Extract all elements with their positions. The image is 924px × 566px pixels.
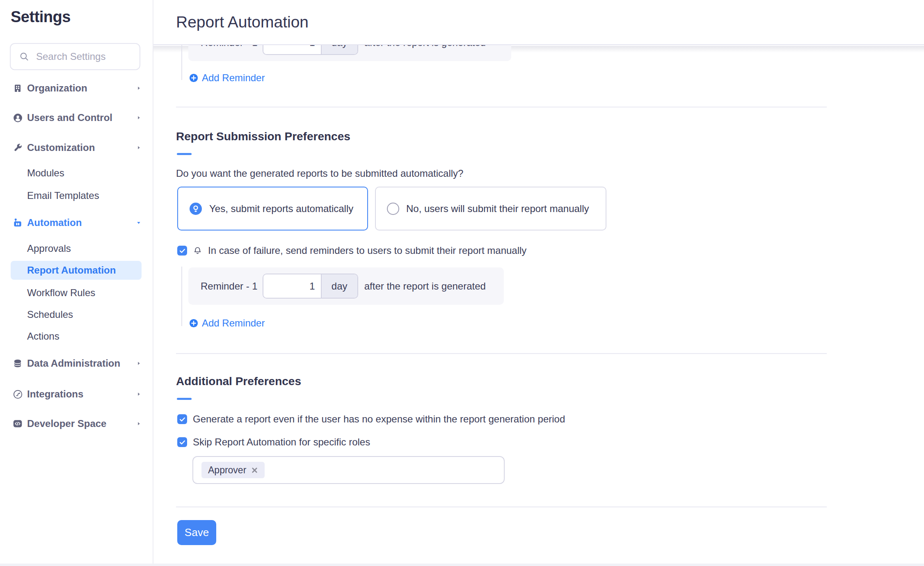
radio-option-label: Yes, submit reports automatically <box>209 203 353 215</box>
indent-guide-line <box>181 267 182 326</box>
skip-roles-row: Skip Report Automation for specific role… <box>177 436 370 448</box>
generate-empty-report-checkbox[interactable] <box>177 414 187 424</box>
submission-reminder-row: Reminder - 1 day after the report is gen… <box>188 267 504 305</box>
search-settings-input[interactable] <box>36 51 130 62</box>
sidebar-item-label: Schedules <box>27 309 73 320</box>
sidebar-item-label: Organization <box>27 82 87 94</box>
reminder-label: Reminder - 1 <box>201 281 258 292</box>
submission-preferences-heading: Report Submission Preferences <box>176 130 350 143</box>
reminder-suffix: after the report is generated <box>364 281 486 292</box>
additional-preferences-heading: Additional Preferences <box>176 375 301 388</box>
sidebar-item-label: Data Administration <box>27 358 120 369</box>
sidebar-item-users-and-control[interactable]: Users and Control <box>0 108 153 128</box>
remove-tag-icon[interactable] <box>251 467 258 474</box>
add-reminder-label: Add Reminder <box>202 72 265 84</box>
sidebar-item-email-templates[interactable]: Email Templates <box>0 186 153 205</box>
sidebar-item-data-administration[interactable]: Data Administration <box>0 354 153 373</box>
radio-option-label: No, users will submit their report manua… <box>406 203 589 215</box>
failure-reminder-checkbox[interactable] <box>177 246 187 256</box>
section-divider <box>176 353 827 354</box>
sidebar-item-label: Modules <box>27 167 64 179</box>
developer-space-icon <box>12 418 23 429</box>
organization-icon <box>12 83 23 94</box>
settings-sidebar: Settings Organization <box>0 0 153 564</box>
data-administration-icon <box>12 358 23 369</box>
sidebar-item-label: Integrations <box>27 388 83 400</box>
settings-title: Settings <box>11 8 71 26</box>
add-reminder-link[interactable]: Add Reminder <box>189 317 265 329</box>
integrations-icon <box>12 389 23 399</box>
heading-underline <box>177 153 192 155</box>
search-icon <box>19 51 30 62</box>
generate-empty-report-row: Generate a report even if the user has n… <box>177 413 565 425</box>
sidebar-item-label: Approvals <box>27 243 71 254</box>
sidebar-item-label: Users and Control <box>27 112 112 123</box>
main-panel: Reminder - 1 day after the report is gen… <box>153 0 924 564</box>
chevron-right-icon <box>135 391 142 397</box>
radio-option-yes[interactable]: Yes, submit reports automatically <box>177 187 368 231</box>
chevron-right-icon <box>135 420 142 427</box>
add-reminder-link[interactable]: Add Reminder <box>189 72 265 84</box>
chevron-down-icon <box>135 219 142 226</box>
sidebar-item-label: Customization <box>27 142 95 153</box>
reminder-days-input[interactable] <box>263 274 322 298</box>
app-root: Settings Organization <box>0 0 924 566</box>
role-tag: Approver <box>201 462 265 478</box>
section-divider <box>176 107 827 107</box>
sidebar-item-developer-space[interactable]: Developer Space <box>0 414 153 434</box>
sidebar-item-automation[interactable]: Automation <box>0 213 153 233</box>
chevron-right-icon <box>135 85 142 91</box>
window-bottom-strip <box>0 564 924 566</box>
sidebar-item-label: Report Automation <box>27 265 116 276</box>
sidebar-item-workflow-rules[interactable]: Workflow Rules <box>0 283 153 303</box>
skip-roles-label: Skip Report Automation for specific role… <box>193 436 370 448</box>
customization-icon <box>12 142 23 153</box>
sidebar-item-label: Actions <box>27 331 59 342</box>
skip-roles-checkbox[interactable] <box>177 437 187 447</box>
add-icon <box>189 73 198 82</box>
failure-reminder-label: In case of failure, send reminders to us… <box>208 245 526 256</box>
radio-unselected-icon <box>387 203 399 215</box>
sidebar-item-organization[interactable]: Organization <box>0 78 153 98</box>
generate-empty-report-label: Generate a report even if the user has n… <box>193 413 565 425</box>
role-tag-label: Approver <box>208 465 246 476</box>
automation-icon <box>12 217 23 228</box>
sidebar-item-label: Developer Space <box>27 418 106 429</box>
sidebar-item-report-automation[interactable]: Report Automation <box>11 261 142 280</box>
page-title: Report Automation <box>176 13 309 31</box>
sidebar-item-customization[interactable]: Customization <box>0 138 153 157</box>
radio-option-no[interactable]: No, users will submit their report manua… <box>375 187 606 231</box>
failure-reminder-row: In case of failure, send reminders to us… <box>177 245 526 256</box>
main-header: Report Automation <box>153 0 924 45</box>
sidebar-item-label: Automation <box>27 217 82 228</box>
sidebar-item-label: Workflow Rules <box>27 287 95 299</box>
sidebar-item-schedules[interactable]: Schedules <box>0 305 153 324</box>
users-icon <box>12 112 23 123</box>
sidebar-item-integrations[interactable]: Integrations <box>0 384 153 404</box>
chevron-right-icon <box>135 144 142 151</box>
add-icon <box>189 319 198 328</box>
sidebar-item-actions[interactable]: Actions <box>0 326 153 346</box>
checkbox-check-icon <box>179 416 186 423</box>
submission-question: Do you want the generated reports to be … <box>176 168 463 179</box>
section-divider <box>176 507 827 507</box>
sidebar-item-modules[interactable]: Modules <box>0 163 153 183</box>
checkbox-check-icon <box>179 247 186 254</box>
chevron-right-icon <box>135 114 142 121</box>
sidebar-item-label: Email Templates <box>27 190 99 201</box>
save-button[interactable]: Save <box>177 520 216 545</box>
chevron-right-icon <box>135 360 142 367</box>
roles-input-field[interactable]: Approver <box>192 456 505 484</box>
radio-selected-icon <box>190 203 202 215</box>
checkbox-check-icon <box>179 439 186 446</box>
search-settings-field[interactable] <box>10 43 140 70</box>
heading-underline <box>177 398 192 400</box>
reminder-unit-select[interactable]: day <box>322 274 357 298</box>
bell-icon <box>193 246 202 256</box>
sidebar-item-approvals[interactable]: Approvals <box>0 239 153 258</box>
add-reminder-label: Add Reminder <box>202 317 265 329</box>
reminder-value-group: day <box>263 274 358 299</box>
